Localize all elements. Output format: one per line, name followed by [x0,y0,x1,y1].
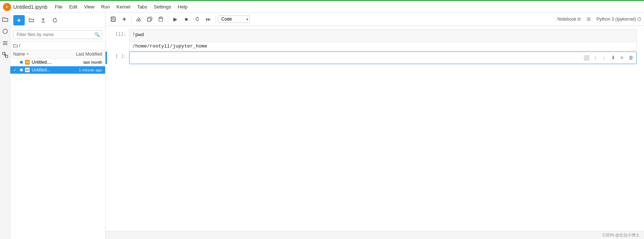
divider [131,15,132,23]
svg-point-1 [3,29,7,34]
restart-button[interactable] [193,14,202,24]
fast-forward-button[interactable]: ⏭ [204,14,213,24]
kernel-label: Python 3 (ipykernel) [596,17,636,22]
svg-text:nb: nb [26,68,29,71]
format-cell-button[interactable]: ≡ [618,53,626,61]
cell-content: !pwd /home/rootyll/jupyter_home [129,29,637,51]
file-name: Untitled.... [32,60,65,65]
open-folder-button[interactable] [26,15,37,25]
new-button[interactable]: + [13,15,25,25]
cell-content-focused: ⬜ ↑ ↓ ⬇ ≡ 🗑 [129,52,637,64]
menu-file[interactable]: File [53,3,65,10]
search-wrapper: 🔍 [13,30,102,39]
bottom-bar: CSDN @生信小博士 [105,231,644,239]
app-title: Untitled1.ipynb [13,4,48,10]
file-dot [20,68,23,71]
kernel-status-circle [637,17,641,21]
svg-line-18 [138,17,139,19]
check-icon: ✓ [13,68,18,73]
cells-container: [1]: !pwd /home/rootyll/jupyter_home [ ]… [105,26,644,231]
cell-input-empty[interactable] [129,52,636,64]
path-label: / [19,43,20,48]
cell-toolbar: ⬜ ↑ ↓ ⬇ ≡ 🗑 [582,53,635,61]
notebook-toolbar: + [105,13,644,26]
cell-row: [ ]: ⬜ ↑ ↓ ⬇ ≡ 🗑 [105,52,644,64]
file-list-header: Name Last Modified [10,50,105,59]
app-logo [3,3,11,11]
svg-rect-6 [6,55,8,57]
menu-tabs[interactable]: Tabs [135,3,149,10]
copy-cell-button[interactable]: ⬜ [582,53,591,61]
search-input[interactable] [13,30,102,39]
menu-bar: Untitled1.ipynb File Edit View Run Kerne… [0,1,644,13]
sort-icon [26,53,29,56]
paste-button[interactable] [156,14,166,24]
move-down-button[interactable]: ↓ [600,53,608,61]
check-icon [13,60,18,64]
divider [168,15,168,23]
list-item[interactable]: ✓ nb Untitled... 1 minute ago [10,66,105,74]
external-link-icon [577,17,581,21]
menu-view[interactable]: View [82,3,97,10]
sidebar: + [10,13,105,239]
menu-help[interactable]: Help [176,3,190,10]
stop-button[interactable]: ■ [181,14,191,24]
cell-prompt: [1]: [107,29,129,51]
svg-point-17 [139,20,141,21]
menu-edit[interactable]: Edit [67,3,80,10]
refresh-button[interactable] [50,15,60,25]
file-path: / [10,42,105,50]
cell-input[interactable]: !pwd [129,30,636,42]
cell-prompt: [ ]: [107,52,129,64]
column-modified: Last Modified [65,52,102,57]
cell-type-wrapper: Code Markdown Raw ▾ [218,15,250,23]
search-container: 🔍 [10,28,105,42]
svg-rect-15 [112,19,115,21]
save-button[interactable] [108,14,118,24]
svg-rect-5 [3,52,5,55]
notebook-header-right: Notebook Python 3 (ipykernel) [557,14,641,24]
cut-button[interactable] [134,14,143,24]
list-icon[interactable] [1,39,9,47]
file-modified: last month [65,60,102,64]
svg-line-19 [139,17,140,19]
settings-button[interactable] [584,14,593,24]
watermark: CSDN @生信小博士 [603,232,640,238]
notebook-label: Notebook [557,17,576,22]
move-up-button[interactable]: ↑ [591,53,599,61]
download-cell-button[interactable]: ⬇ [609,53,617,61]
list-item[interactable]: nb Untitled.... last month [10,59,105,66]
svg-point-27 [588,18,589,20]
cell-output: /home/rootyll/jupyter_home [129,42,636,50]
run-button[interactable]: ▶ [170,14,180,24]
menu-run[interactable]: Run [99,3,112,10]
menu-settings[interactable]: Settings [152,3,173,10]
notebook-area: + [105,13,644,239]
notebook-icon: nb [24,67,30,73]
svg-rect-21 [148,18,151,21]
notebook-link[interactable]: Notebook [557,17,581,22]
folder-icon[interactable] [1,16,9,23]
sidebar-toolbar: + [10,13,105,28]
notebook-icon: nb [24,60,30,65]
cell-row: [1]: !pwd /home/rootyll/jupyter_home [105,29,644,51]
upload-button[interactable] [38,15,48,25]
add-cell-button[interactable]: + [120,14,129,24]
svg-point-16 [137,20,139,21]
cell-type-select[interactable]: Code Markdown Raw [218,15,250,23]
file-modified: 1 minute ago [65,68,102,72]
puzzle-icon[interactable] [1,51,9,59]
icon-bar [0,13,10,239]
file-list: nb Untitled.... last month ✓ nb Untitled… [10,59,105,239]
column-name[interactable]: Name [13,52,65,57]
svg-text:nb: nb [26,61,29,64]
folder-small-icon [13,44,18,48]
kernel-info[interactable]: Python 3 (ipykernel) [596,17,641,22]
copy-button[interactable] [145,14,155,24]
delete-cell-button[interactable]: 🗑 [627,53,635,61]
menu-kernel[interactable]: Kernel [114,3,133,10]
circle-icon[interactable] [1,28,9,35]
file-name: Untitled... [32,67,65,73]
divider [215,15,216,23]
main-layout: + [0,13,644,239]
